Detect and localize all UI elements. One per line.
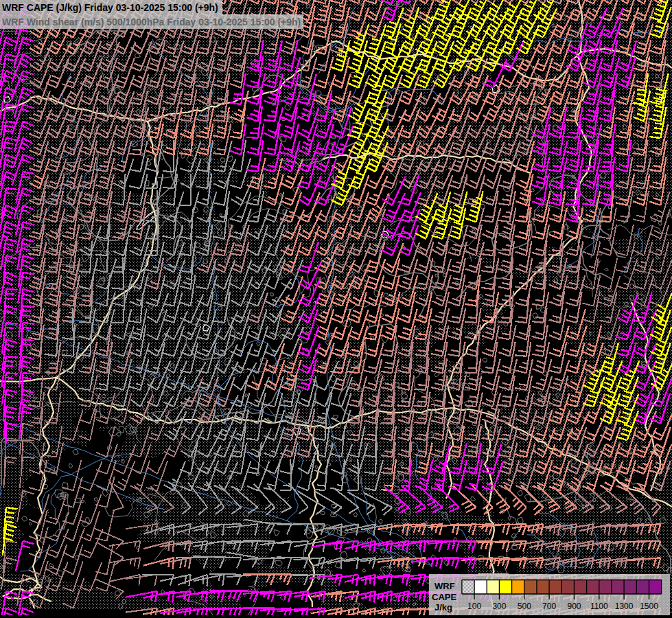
svg-text:WRF CAPE (J/kg) Friday 03-10-2: WRF CAPE (J/kg) Friday 03-10-2025 15:00 … xyxy=(2,2,218,13)
svg-text:100: 100 xyxy=(467,602,481,611)
svg-text:700: 700 xyxy=(542,602,556,611)
svg-text:1100: 1100 xyxy=(590,602,608,611)
svg-text:CAPE: CAPE xyxy=(432,592,456,602)
svg-text:WRF Wind shear (m/s) 500/1000h: WRF Wind shear (m/s) 500/1000hPa Friday … xyxy=(2,16,301,27)
svg-text:500: 500 xyxy=(518,602,531,611)
svg-text:WRF: WRF xyxy=(435,581,455,591)
svg-text:J/kg: J/kg xyxy=(435,602,452,613)
svg-text:1300: 1300 xyxy=(615,602,634,611)
svg-text:900: 900 xyxy=(567,602,581,611)
svg-text:1500: 1500 xyxy=(640,602,658,611)
svg-text:300: 300 xyxy=(492,602,506,611)
